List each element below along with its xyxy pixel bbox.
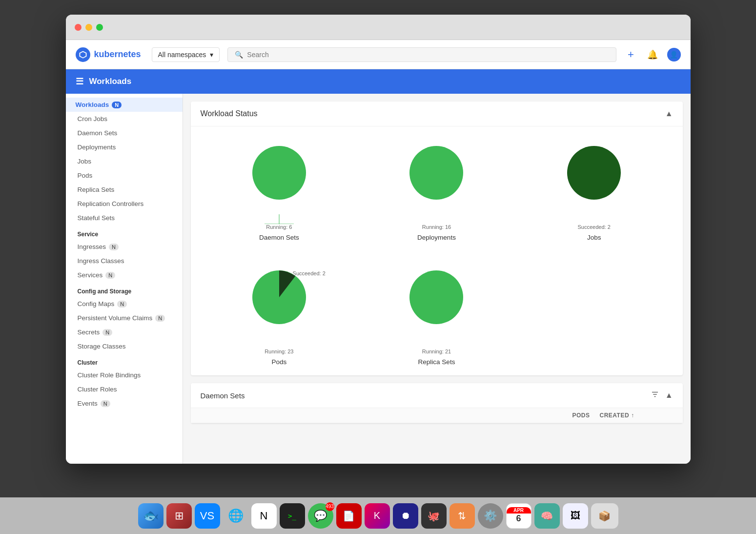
- dock-screenflow[interactable]: ⏺: [393, 503, 418, 529]
- dock-notion[interactable]: N: [251, 503, 277, 529]
- sidebar-item-cron-jobs[interactable]: Cron Jobs: [66, 112, 183, 126]
- sidebar-item-services[interactable]: Services N: [66, 268, 183, 282]
- chevron-down-icon: ▾: [210, 51, 213, 59]
- filter-icon[interactable]: [651, 390, 659, 401]
- sidebar-workloads-label: Workloads: [76, 101, 109, 108]
- sidebar-item-secrets[interactable]: Secrets N: [66, 325, 183, 339]
- services-badge: N: [105, 272, 115, 279]
- dock-finder[interactable]: 🐟: [138, 503, 163, 529]
- replica-sets-label: Replica Sets: [78, 186, 115, 193]
- sidebar-item-pods[interactable]: Pods: [66, 168, 183, 183]
- dock-keynote[interactable]: K: [365, 503, 390, 529]
- secrets-label: Secrets: [78, 329, 100, 336]
- services-label: Services: [78, 271, 103, 279]
- dock-extra[interactable]: 📦: [591, 503, 618, 529]
- sidebar-item-cluster-role-bindings[interactable]: Cluster Role Bindings: [66, 368, 183, 382]
- user-avatar[interactable]: 👤: [667, 48, 681, 62]
- titlebar: [66, 15, 691, 40]
- sidebar-item-cluster-roles[interactable]: Cluster Roles: [66, 382, 183, 396]
- sidebar-item-ingresses[interactable]: Ingresses N: [66, 240, 183, 254]
- daemon-sets-actions: ▲: [651, 390, 673, 401]
- pods-chart-label: Pods: [271, 358, 286, 366]
- close-button[interactable]: [75, 24, 82, 31]
- storage-classes-label: Storage Classes: [78, 343, 126, 350]
- ingresses-label: Ingresses: [78, 243, 106, 250]
- maximize-button[interactable]: [96, 24, 103, 31]
- sidebar-item-pvc[interactable]: Persistent Volume Claims N: [66, 311, 183, 325]
- main-layout: Workloads N Cron Jobs Daemon Sets Deploy…: [66, 94, 691, 464]
- sidebar-item-storage-classes[interactable]: Storage Classes: [66, 339, 183, 353]
- cluster-section-label: Cluster: [66, 353, 183, 368]
- deployments-chart: [405, 141, 468, 205]
- dock-vscode[interactable]: VS: [195, 503, 220, 529]
- jobs-label: Jobs: [78, 158, 92, 165]
- dock-messages[interactable]: 💬 493: [308, 503, 333, 529]
- svg-point-0: [252, 146, 306, 200]
- sidebar-item-deployments[interactable]: Deployments: [66, 140, 183, 154]
- cron-jobs-label: Cron Jobs: [78, 115, 108, 123]
- sidebar-item-replication-controllers[interactable]: Replication Controllers: [66, 197, 183, 211]
- collapse-icon[interactable]: ▲: [665, 109, 673, 118]
- sidebar-item-daemon-sets[interactable]: Daemon Sets: [66, 126, 183, 140]
- stateful-sets-label: Stateful Sets: [78, 214, 115, 222]
- app-window: kubernetes All namespaces ▾ 🔍 + 🔔 👤 ☰ Wo…: [66, 15, 691, 464]
- sidebar-item-ingress-classes[interactable]: Ingress Classes: [66, 254, 183, 268]
- dock-terminal[interactable]: >_: [280, 503, 305, 529]
- dock-transmission[interactable]: ⇅: [450, 503, 475, 529]
- dock-settings[interactable]: ⚙️: [478, 503, 503, 529]
- config-maps-label: Config Maps: [78, 300, 115, 308]
- brand: kubernetes: [76, 47, 144, 62]
- secrets-badge: N: [102, 329, 112, 336]
- dock-mindnode[interactable]: 🧠: [534, 503, 560, 529]
- chart-deployments: Running: 16 Deployments: [358, 141, 515, 241]
- sidebar-item-jobs[interactable]: Jobs: [66, 154, 183, 168]
- config-maps-badge: N: [117, 301, 127, 308]
- pods-succeeded-annotation: Succeeded: 2: [293, 270, 326, 276]
- search-bar: 🔍: [227, 47, 616, 62]
- ingress-classes-label: Ingress Classes: [78, 257, 124, 265]
- sidebar-item-stateful-sets[interactable]: Stateful Sets: [66, 211, 183, 225]
- deployments-chart-label: Deployments: [417, 234, 456, 241]
- dock-preview[interactable]: 🖼: [563, 503, 588, 529]
- pvc-label: Persistent Volume Claims: [78, 314, 153, 322]
- dock-acrobat[interactable]: 📄: [336, 503, 362, 529]
- sidebar-item-events[interactable]: Events N: [66, 396, 183, 411]
- pods-running-annotation: Running: 23: [265, 349, 293, 354]
- collapse-daemon-sets-icon[interactable]: ▲: [665, 391, 673, 400]
- brand-name: kubernetes: [94, 49, 141, 60]
- pods-label: Pods: [78, 172, 93, 179]
- namespace-label: All namespaces: [158, 51, 206, 59]
- deployments-annotation: Running: 16: [422, 224, 451, 230]
- replica-sets-chart-label: Replica Sets: [418, 358, 455, 366]
- sidebar-item-replica-sets[interactable]: Replica Sets: [66, 183, 183, 197]
- section-title: Workloads: [89, 77, 132, 86]
- daemon-sets-table-header: Daemon Sets ▲: [191, 383, 683, 408]
- chart-daemon-sets: Running: 6 Daemon Sets: [201, 141, 358, 241]
- deployments-label: Deployments: [78, 144, 116, 151]
- workload-status-title: Workload Status: [201, 109, 258, 118]
- config-section-label: Config and Storage: [66, 282, 183, 297]
- dock-github[interactable]: 🐙: [421, 503, 447, 529]
- chart-replica-sets: Running: 21 Replica Sets: [358, 266, 515, 366]
- dock-calendar[interactable]: APR 6: [506, 503, 531, 529]
- jobs-chart-label: Jobs: [587, 234, 601, 241]
- minimize-button[interactable]: [85, 24, 92, 31]
- search-input[interactable]: [247, 51, 609, 59]
- events-label: Events: [78, 400, 98, 407]
- sidebar-item-config-maps[interactable]: Config Maps N: [66, 297, 183, 311]
- namespace-dropdown[interactable]: All namespaces ▾: [152, 47, 220, 62]
- sidebar-item-workloads[interactable]: Workloads N: [66, 98, 183, 112]
- svg-point-3: [409, 146, 463, 200]
- add-button[interactable]: +: [624, 48, 638, 62]
- content-area: Workload Status ▲: [183, 94, 691, 464]
- dock-launchpad[interactable]: ⊞: [166, 503, 192, 529]
- menu-icon[interactable]: ☰: [76, 76, 83, 87]
- replication-controllers-label: Replication Controllers: [78, 200, 144, 207]
- nav-actions: + 🔔 👤: [624, 48, 681, 62]
- daemon-sets-table-title: Daemon Sets: [201, 391, 245, 400]
- dock-chrome[interactable]: 🌐: [223, 503, 248, 529]
- daemon-sets-chart: [247, 141, 311, 205]
- daemon-sets-chart-label: Daemon Sets: [259, 234, 299, 241]
- cluster-role-bindings-label: Cluster Role Bindings: [78, 371, 141, 379]
- notifications-icon[interactable]: 🔔: [646, 48, 659, 62]
